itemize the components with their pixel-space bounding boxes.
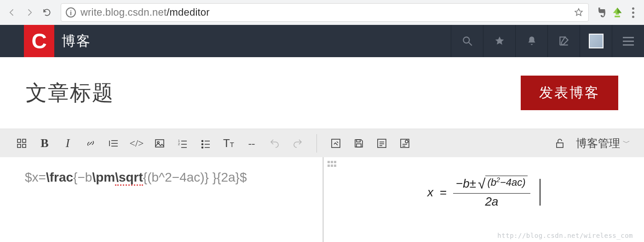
csdn-logo[interactable]: C (24, 25, 54, 57)
source-pane[interactable]: $x=\frac{−b\pm\sqrt{(b^2−4ac)} }{2a}$ (0, 157, 324, 242)
browser-more-icon[interactable] (627, 7, 639, 18)
svg-point-19 (202, 143, 203, 145)
preview-pane: x = −b± √ (b2−4ac) 2a (324, 157, 644, 242)
italic-button[interactable]: I (60, 136, 75, 151)
svg-point-20 (202, 147, 203, 148)
header-star-icon[interactable] (483, 25, 515, 57)
header-menu-icon[interactable] (612, 25, 644, 57)
blog-manage-dropdown[interactable]: 博客管理 ﹀ (576, 136, 630, 151)
editor-toolbar: B I </> 12 TT -- 博客管理 ﹀ (0, 129, 644, 157)
source-line: $x=\frac{−b\pm\sqrt{(b^2−4ac)} }{2a}$ (25, 170, 299, 185)
unordered-list-button[interactable] (198, 136, 213, 151)
save-button[interactable] (351, 136, 367, 151)
svg-rect-3 (17, 139, 21, 142)
svg-rect-35 (557, 143, 563, 148)
svg-rect-26 (356, 144, 361, 147)
site-info-icon[interactable]: i (66, 7, 76, 18)
settings-doc-button[interactable] (397, 136, 413, 151)
title-row: 文章标题 发表博客 (0, 57, 644, 129)
undo-button[interactable] (267, 136, 282, 151)
svg-rect-5 (17, 144, 21, 148)
svg-point-1 (463, 37, 469, 43)
ordered-list-button[interactable]: 12 (175, 136, 190, 151)
site-header: C 博客 (0, 25, 644, 57)
header-search-icon[interactable] (451, 25, 483, 57)
svg-rect-0 (615, 16, 620, 18)
blog-label[interactable]: 博客 (62, 32, 91, 51)
heading-button[interactable]: TT (221, 136, 236, 151)
back-button[interactable] (5, 5, 19, 20)
svg-text:2: 2 (178, 142, 180, 146)
forward-button[interactable] (22, 5, 37, 20)
reload-button[interactable] (40, 5, 54, 20)
header-write-icon[interactable] (547, 25, 580, 57)
quote-button[interactable] (106, 136, 121, 151)
redo-button[interactable] (290, 136, 305, 151)
bookmark-star-icon[interactable] (574, 7, 584, 18)
header-bell-icon[interactable] (515, 25, 547, 57)
bold-button[interactable]: B (37, 136, 52, 151)
watermark-text: http://blog.csdn.net/wireless_com (497, 232, 633, 239)
header-qr-icon[interactable] (580, 25, 612, 57)
svg-rect-6 (23, 144, 26, 148)
editor-split: $x=\frac{−b\pm\sqrt{(b^2−4ac)} }{2a}$ x … (0, 157, 644, 242)
url-text: write.blog.csdn.net/mdeditor (80, 6, 210, 18)
svg-line-2 (469, 42, 472, 46)
chevron-down-icon: ﹀ (623, 138, 630, 148)
svg-point-32 (405, 140, 408, 143)
url-bar[interactable]: i write.blog.csdn.net/mdeditor (61, 3, 589, 22)
svg-rect-27 (378, 139, 386, 148)
toolbar-separator (316, 134, 317, 153)
grid-icon[interactable] (14, 136, 29, 151)
hr-button[interactable]: -- (244, 136, 259, 151)
article-title-input[interactable]: 文章标题 (26, 79, 114, 107)
svg-text:1: 1 (178, 139, 180, 142)
edit-mode-button[interactable] (328, 136, 344, 151)
svg-point-18 (202, 140, 203, 142)
list-button[interactable] (374, 136, 390, 151)
svg-rect-25 (356, 140, 360, 142)
evernote-icon[interactable] (595, 6, 608, 19)
svg-rect-4 (23, 139, 26, 142)
code-button[interactable]: </> (129, 136, 144, 151)
publish-button[interactable]: 发表博客 (521, 76, 618, 110)
rendered-formula: x = −b± √ (b2−4ac) 2a (347, 176, 621, 209)
svg-rect-11 (155, 140, 164, 147)
browser-chrome: i write.blog.csdn.net/mdeditor (0, 0, 644, 25)
drag-handle-icon[interactable] (328, 161, 338, 167)
image-button[interactable] (152, 136, 167, 151)
lock-icon[interactable] (552, 136, 568, 151)
link-button[interactable] (83, 136, 98, 151)
download-icon[interactable] (611, 6, 624, 19)
cursor-caret (540, 179, 540, 206)
